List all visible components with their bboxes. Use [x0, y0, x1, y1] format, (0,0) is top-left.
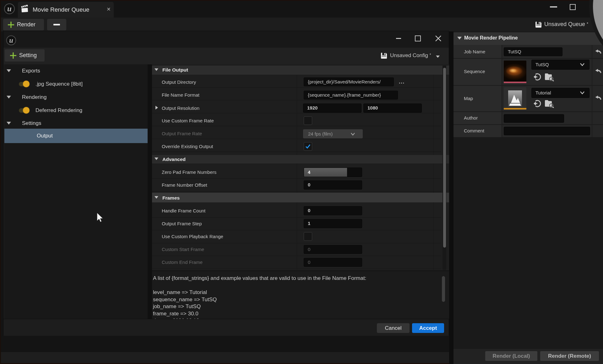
svg-text:u: u	[7, 4, 12, 13]
svg-text:u: u	[9, 36, 13, 44]
